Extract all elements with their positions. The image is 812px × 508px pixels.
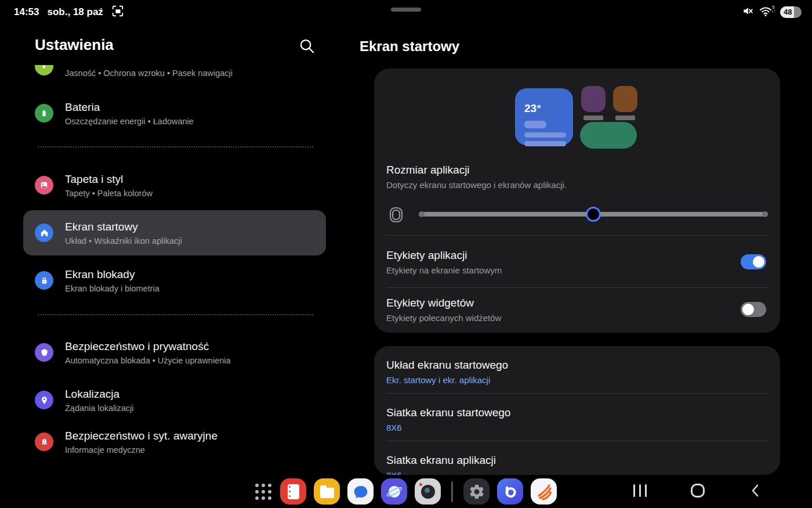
layout-row-title[interactable]: Siatka ekranu aplikacji [386,454,496,467]
apps-grid-button[interactable] [254,482,273,501]
samsung-notes-icon[interactable] [280,478,306,505]
sidebar-item-title: Bezpieczeństwo i prywatność [65,340,231,353]
page-title: Ustawienia [35,36,114,54]
messages-icon[interactable] [347,478,374,505]
detail-page-title: Ekran startowy [360,38,459,55]
sidebar-item-title: Bezpieczeństwo i syt. awaryjne [65,430,217,442]
status-bar-right: 5↓↑ 48 [742,5,802,20]
app-size-icon [387,206,405,224]
card-divider [386,235,768,236]
slider-thumb[interactable] [586,207,601,222]
sidebar-item-location[interactable]: Lokalizacja Żądania lokalizacji [23,377,326,423]
widget-bar [524,121,546,128]
drag-handle[interactable] [391,8,421,12]
layout-row-title[interactable]: Układ ekranu startowego [386,359,508,372]
widget-bar [524,141,566,146]
app-icon-preview [581,86,606,112]
location-icon [35,391,53,409]
sidebar-item-subtitle: Informacje medyczne [65,445,217,455]
pill-widget-preview [580,122,637,149]
internet-browser-icon[interactable] [381,478,407,505]
sidebar-item-subtitle: Tapety • Paleta kolorów [65,189,153,198]
battery-icon [35,104,53,123]
sidebar-item-display-partial[interactable] [35,65,53,76]
navigation-bar [633,483,763,498]
display-icon [35,65,53,75]
settings-app-icon[interactable] [463,478,490,505]
sidebar-item-subtitle: Oszczędzanie energii • Ładowanie [65,117,194,126]
widget-labels-toggle[interactable] [741,302,766,317]
battery-indicator: 48 [780,6,802,18]
emergency-icon [35,433,53,451]
weather-widget-preview: 23° [515,88,573,145]
wifi-band-label: 5↓↑ [771,6,775,13]
app-size-slider[interactable] [419,212,768,217]
home-icon [35,224,53,242]
swift-icon[interactable] [531,478,557,505]
sidebar-item-subtitle: Ekran blokady i biometria [65,284,160,293]
sidebar-item-home-screen[interactable]: Ekran startowy Układ • Wskaźniki ikon ap… [23,210,326,255]
sidebar-item-battery[interactable]: Bateria Oszczędzanie energii • Ładowanie [23,91,326,136]
taskbar [254,478,557,505]
toggle-knob [753,256,764,268]
widget-labels-title: Etykiety widgetów [386,297,474,309]
layout-row-value[interactable]: 8X6 [386,470,402,475]
sidebar-divider [38,314,313,315]
status-bar-left: 14:53 sob., 18 paź [14,5,124,20]
app-labels-toggle[interactable] [741,254,766,269]
sidebar-item-wallpaper[interactable]: Tapeta i styl Tapety • Paleta kolorów [23,163,326,208]
sidebar-item-title: Ekran blokady [65,268,160,281]
status-time: 14:53 [14,6,39,18]
battery-percent: 48 [784,8,792,16]
back-button[interactable] [749,483,763,498]
home-screen-settings-card: 23° Rozmiar aplikacji Dotyczy ekranu sta… [374,69,780,333]
layout-row-value[interactable]: 8X6 [386,423,402,433]
wallpaper-icon [35,176,53,194]
mute-icon [742,5,753,19]
taskbar-divider [451,481,453,502]
camera-icon[interactable] [415,478,441,505]
status-date: sob., 18 paź [47,6,103,18]
sidebar-item-subtitle: Automatyczna blokada • Użycie uprawnieni… [65,356,231,365]
sidebar-divider [38,146,313,147]
app-size-title: Rozmiar aplikacji [386,164,470,176]
app-icon-preview [613,86,637,112]
home-button[interactable] [691,484,705,498]
card-divider [386,441,768,441]
widget-temperature: 23° [524,102,541,115]
sidebar-item-subtitle: Żądania lokalizacji [65,403,133,413]
tablet-screen: { "status_bar": { "time": "14:53", "date… [0,0,812,508]
card-divider [386,393,768,394]
widget-labels-subtitle: Etykiety polecanych widżetów [386,313,501,323]
app-labels-subtitle: Etykiety na ekranie startowym [386,265,502,275]
shield-icon [35,343,53,362]
app-labels-title: Etykiety aplikacji [386,249,467,262]
sidebar-item-title: Bateria [65,101,194,114]
lock-icon [35,271,53,290]
layout-row-title[interactable]: Siatka ekranu startowego [386,406,510,419]
app-size-subtitle: Dotyczy ekranu startowego i ekranów apli… [386,180,567,190]
sidebar-item-title: Tapeta i styl [65,173,153,186]
app-label-preview [615,116,635,120]
card-divider [386,287,768,288]
sidebar-item-subtitle: Układ • Wskaźniki ikon aplikacji [65,236,182,246]
bixby-icon[interactable] [497,478,523,505]
sidebar-item-title: Lokalizacja [65,388,133,401]
sidebar-item-security-privacy[interactable]: Bezpieczeństwo i prywatność Automatyczna… [23,330,326,375]
widget-bar [524,132,566,138]
sidebar-item-subtitle[interactable]: Jasność • Ochrona wzroku • Pasek nawigac… [65,69,233,78]
screen-capture-icon [111,5,124,20]
layout-settings-card: Układ ekranu startowego Ekr. startowy i … [374,346,780,475]
sidebar-item-title: Ekran startowy [65,221,182,233]
toggle-knob [742,304,754,315]
layout-row-value[interactable]: Ekr. startowy i ekr. aplikacji [386,375,490,385]
search-button[interactable] [298,37,317,56]
search-icon [298,37,316,55]
recents-button[interactable] [633,484,647,497]
sidebar-item-lock-screen[interactable]: Ekran blokady Ekran blokady i biometria [23,258,326,303]
my-files-icon[interactable] [314,478,340,505]
wifi-5-icon: 5↓↑ [759,5,774,19]
sidebar-item-safety-emergency[interactable]: Bezpieczeństwo i syt. awaryjne Informacj… [23,419,326,464]
app-label-preview [583,116,603,120]
